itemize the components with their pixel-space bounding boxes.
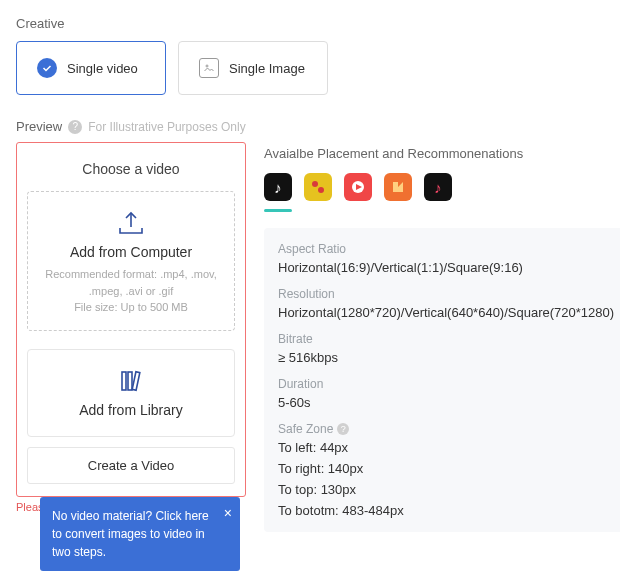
resolution-label: Resolution (278, 287, 614, 301)
create-video-button[interactable]: Create a Video (27, 447, 235, 484)
duration-value: 5-60s (278, 395, 614, 410)
svg-rect-2 (122, 372, 126, 390)
placement-panel: Avaialbe Placement and Recommonenations … (264, 142, 620, 532)
placement-selected-underline (264, 209, 292, 212)
placement-icon-row: ♪ ♪ (264, 173, 620, 201)
choose-video-title: Choose a video (27, 161, 235, 177)
helo-icon[interactable] (384, 173, 412, 201)
add-computer-sub: File size: Up to 500 MB (38, 299, 224, 316)
convert-images-tooltip[interactable]: No video material? Click here to convert… (40, 497, 240, 571)
preview-label: Preview (16, 119, 62, 134)
svg-point-6 (318, 187, 324, 193)
help-icon[interactable]: ? (68, 120, 82, 134)
vigo-icon[interactable] (344, 173, 372, 201)
add-computer-title: Add from Computer (38, 244, 224, 260)
add-library-title: Add from Library (38, 402, 224, 418)
add-computer-sub: .mpeg, .avi or .gif (38, 283, 224, 300)
safe-zone-left: To left: 44px (278, 440, 614, 455)
bitrate-value: ≥ 516kbps (278, 350, 614, 365)
creative-label: Creative (16, 16, 604, 31)
placement-title: Avaialbe Placement and Recommonenations (264, 146, 620, 161)
safe-zone-right: To right: 140px (278, 461, 614, 476)
add-from-library-card[interactable]: Add from Library (27, 349, 235, 437)
placement-specs: Aspect Ratio Horizontal(16:9)/Vertical(1… (264, 228, 620, 532)
creative-type-row: Single video Single Image (16, 41, 604, 95)
check-circle-icon (37, 58, 57, 78)
creative-option-single-image[interactable]: Single Image (178, 41, 328, 95)
help-icon[interactable]: ? (337, 423, 349, 435)
tooltip-text: No video material? Click here to convert… (52, 509, 209, 559)
preview-hint: For Illustrative Purposes Only (88, 120, 245, 134)
image-icon (199, 58, 219, 78)
add-computer-sub: Recommended format: .mp4, .mov, (38, 266, 224, 283)
aspect-ratio-value: Horizontal(16:9)/Vertical(1:1)/Square(9:… (278, 260, 614, 275)
creative-option-label: Single video (67, 61, 138, 76)
aspect-ratio-label: Aspect Ratio (278, 242, 614, 256)
buzzvideo-icon[interactable] (304, 173, 332, 201)
close-icon[interactable]: × (224, 503, 232, 524)
bitrate-label: Bitrate (278, 332, 614, 346)
creative-option-single-video[interactable]: Single video (16, 41, 166, 95)
svg-rect-3 (128, 372, 132, 390)
duration-label: Duration (278, 377, 614, 391)
upload-icon (38, 210, 224, 236)
safe-zone-label: Safe Zone ? (278, 422, 614, 436)
library-icon (38, 368, 224, 394)
preview-header: Preview ? For Illustrative Purposes Only (16, 119, 604, 134)
safe-zone-bottom: To bototm: 483-484px (278, 503, 614, 518)
svg-point-5 (312, 181, 318, 187)
safe-zone-top: To top: 130px (278, 482, 614, 497)
preview-panel: Choose a video Add from Computer Recomme… (16, 142, 246, 497)
add-from-computer-card[interactable]: Add from Computer Recommended format: .m… (27, 191, 235, 331)
creative-option-label: Single Image (229, 61, 305, 76)
tiktok-icon[interactable]: ♪ (264, 173, 292, 201)
svg-rect-4 (132, 371, 140, 389)
tiktok-alt-icon[interactable]: ♪ (424, 173, 452, 201)
svg-point-0 (206, 65, 208, 67)
resolution-value: Horizontal(1280*720)/Vertical(640*640)/S… (278, 305, 614, 320)
